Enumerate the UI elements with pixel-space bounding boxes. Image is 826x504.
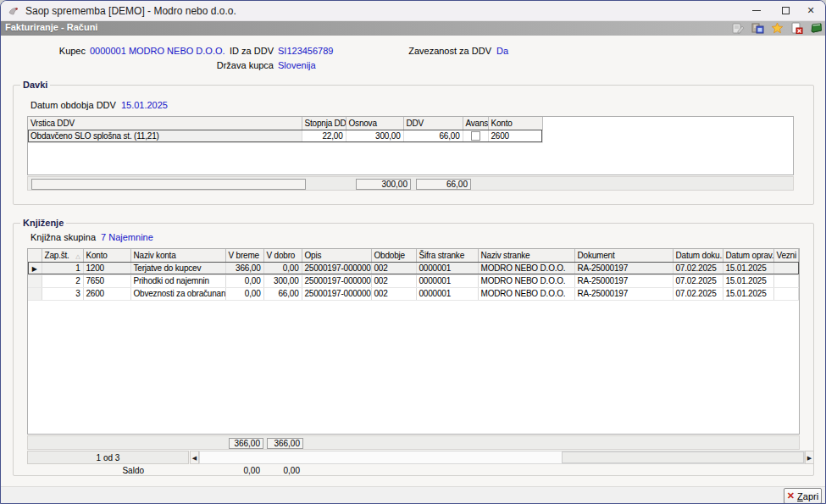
col-stopnja-ddv[interactable]: Stopnja DDV [302,117,346,130]
col-naziv-konta[interactable]: Naziv konta [130,249,225,262]
minimize-button[interactable] [742,1,771,20]
col-datum-oprav[interactable]: Datum oprav... [723,249,773,262]
zavezanost-value[interactable]: Da [496,46,508,56]
stopnja-cell[interactable]: 22,00 [302,130,346,142]
col-konto2[interactable]: Konto [83,249,130,262]
naziv-konta-cell[interactable]: Prihodki od najemnin [130,274,225,287]
obdobje-cell[interactable]: 002 [371,287,416,300]
naziv-konta-cell[interactable]: Obveznosti za obračunani DDV [130,287,225,300]
kupec-label: Kupec [18,46,86,56]
col-konto[interactable]: Konto [488,117,542,130]
id-ddv-value[interactable]: SI123456789 [278,46,333,56]
scrollbar-thumb[interactable] [562,451,804,463]
davki-row[interactable]: Obdavčeno SLO splošna st. (11,21) 22,00 … [28,130,542,142]
col-v-breme[interactable]: V breme [225,249,263,262]
col-v-dobro[interactable]: V dobro [263,249,302,262]
davki-totals-strip: 300,00 66,00 [27,176,794,191]
dokument-cell[interactable]: RA-25000197 [574,287,673,300]
knjizenje-header-row: Zap.št.△ Konto Naziv konta V breme V dob… [28,249,799,262]
maximize-button[interactable] [771,1,800,20]
col-vezni-do[interactable]: Vezni do [773,249,799,262]
datum-doku-cell[interactable]: 07.02.2025 [673,274,723,287]
datum-oprav-cell[interactable]: 15.01.2025 [723,274,773,287]
col-vrstica-ddv[interactable]: Vrstica DDV [28,117,302,130]
horizontal-scrollbar[interactable] [199,451,805,464]
datum-obdobja-row: Datum obdobja DDV 15.01.2025 [30,100,168,110]
table-row[interactable]: ▶ 1 1200 Terjatve do kupcev 366,00 0,00 … [28,262,799,274]
col-avans[interactable]: Avans [463,117,488,130]
vezni-do-cell[interactable] [773,274,799,287]
osnova-cell[interactable]: 300,00 [346,130,403,142]
knjizenje-totals-strip: 366,00 366,00 [27,435,800,450]
zap-cell[interactable]: 2 [42,274,83,287]
konto-cell[interactable]: 1200 [83,262,130,274]
dokument-cell[interactable]: RA-25000197 [574,262,673,274]
datum-doku-cell[interactable]: 07.02.2025 [673,262,723,274]
v-breme-cell[interactable]: 0,00 [225,274,263,287]
opis-cell[interactable]: 25000197-0000001 [302,262,371,274]
col-datum-doku[interactable]: Datum doku... [673,249,723,262]
naziv-stranke-cell[interactable]: MODRO NEBO D.O.O. [478,274,574,287]
col-zap-st[interactable]: Zap.št.△ [42,249,83,262]
table-row[interactable]: 3 2600 Obveznosti za obračunani DDV 0,00… [28,287,799,300]
naziv-stranke-cell[interactable]: MODRO NEBO D.O.O. [478,287,574,300]
help-book-icon[interactable] [810,22,823,34]
opis-cell[interactable]: 25000197-0000001 [302,287,371,300]
datum-oprav-cell[interactable]: 15.01.2025 [723,287,773,300]
knjizna-skupina-value[interactable]: 7 Najemnine [101,232,153,242]
datum-doku-cell[interactable]: 07.02.2025 [673,287,723,300]
naziv-konta-cell[interactable]: Terjatve do kupcev [130,262,225,274]
scroll-right-button[interactable]: ▶ [805,451,814,464]
kupec-value[interactable]: 0000001 MODRO NEBO D.O.O. [90,46,225,56]
close-document-icon[interactable] [790,22,803,34]
journal-structure-icon[interactable] [751,22,764,34]
naziv-stranke-cell[interactable]: MODRO NEBO D.O.O. [478,262,574,274]
scroll-left-button[interactable]: ◀ [190,451,199,464]
col-ddv[interactable]: DDV [403,117,463,130]
vezni-do-cell[interactable] [773,287,799,300]
close-button[interactable]: ✕ [796,1,825,20]
vrstica-ddv-cell[interactable]: Obdavčeno SLO splošna st. (11,21) [28,130,302,142]
col-dokument[interactable]: Dokument [574,249,673,262]
konto-cell[interactable]: 7650 [83,274,130,287]
v-dobro-cell[interactable]: 0,00 [263,262,302,274]
col-osnova[interactable]: Osnova [346,117,403,130]
avans-checkbox[interactable] [471,131,480,141]
app-icon [8,5,19,17]
sifra-stranke-cell[interactable]: 0000001 [416,287,478,300]
col-obdobje[interactable]: Obdobje [371,249,416,262]
opis-cell[interactable]: 25000197-0000001 [302,274,371,287]
ddv-cell[interactable]: 66,00 [403,130,463,142]
sifra-stranke-cell[interactable]: 0000001 [416,262,478,274]
konto-cell[interactable]: 2600 [488,130,542,142]
zap-cell[interactable]: 1 [42,262,83,274]
row-selector-cell [28,287,42,300]
datum-oprav-cell[interactable]: 15.01.2025 [723,262,773,274]
obdobje-cell[interactable]: 002 [371,274,416,287]
col-naziv-stranke[interactable]: Naziv stranke [478,249,574,262]
v-breme-cell[interactable]: 0,00 [225,287,263,300]
sifra-stranke-cell[interactable]: 0000001 [416,274,478,287]
favorites-star-icon[interactable] [771,22,784,34]
vezni-do-cell[interactable] [773,262,799,274]
obdobje-cell[interactable]: 002 [371,262,416,274]
col-sifra-stranke[interactable]: Šifra stranke [416,249,478,262]
module-title: Fakturiranje - Računi [5,22,97,32]
bottom-bar: ✕ Zapri [1,486,825,504]
edit-icon[interactable] [732,22,745,34]
zapri-button[interactable]: ✕ Zapri [784,488,822,504]
total-v-dobro: 366,00 [267,438,303,449]
konto-cell[interactable]: 2600 [83,287,130,300]
col-opis[interactable]: Opis [302,249,371,262]
table-row[interactable]: 2 7650 Prihodki od najemnin 0,00 300,00 … [28,274,799,287]
drzava-value[interactable]: Slovenija [278,60,316,70]
datum-obdobja-value[interactable]: 15.01.2025 [121,100,168,110]
zap-cell[interactable]: 3 [42,287,83,300]
scroll-right-icon: ▶ [807,455,812,461]
saldo-label: Saldo [95,466,144,475]
v-breme-cell[interactable]: 366,00 [225,262,263,274]
dokument-cell[interactable]: RA-25000197 [574,274,673,287]
v-dobro-cell[interactable]: 66,00 [263,287,302,300]
current-row-icon: ▶ [32,265,37,273]
v-dobro-cell[interactable]: 300,00 [263,274,302,287]
